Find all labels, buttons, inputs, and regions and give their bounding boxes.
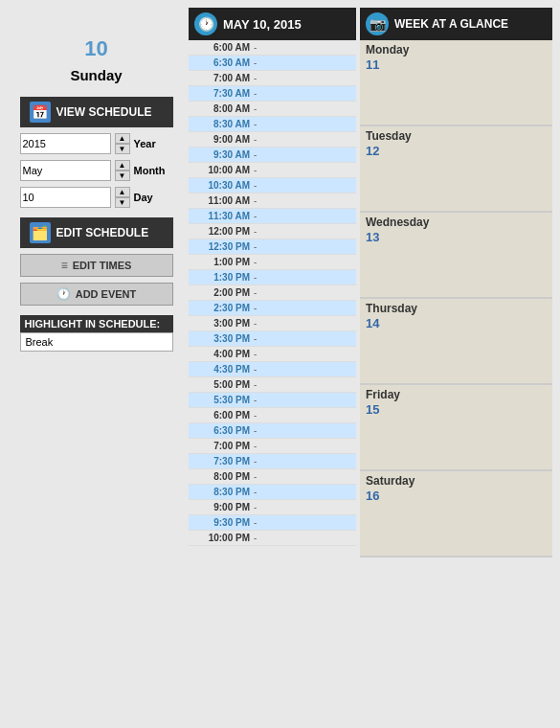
time-slot: 11:30 AM- bbox=[189, 209, 356, 224]
camera-icon: 📷 bbox=[366, 12, 389, 35]
week-day-name: Wednesday bbox=[360, 213, 552, 230]
day-name: Sunday bbox=[8, 67, 185, 83]
day-field-label: Day bbox=[134, 192, 172, 203]
time-dash: - bbox=[254, 195, 257, 206]
time-slot: 8:30 PM- bbox=[189, 485, 356, 500]
time-label: 6:00 PM bbox=[189, 410, 254, 421]
year-input[interactable] bbox=[20, 133, 111, 154]
month-up-arrow[interactable]: ▲ bbox=[115, 160, 130, 171]
time-slot: 3:00 PM- bbox=[189, 316, 356, 331]
week-day-block: Wednesday 13 bbox=[360, 213, 552, 299]
schedule-header: 🕐 MAY 10, 2015 bbox=[189, 8, 356, 40]
week-day-number: 11 bbox=[360, 57, 552, 72]
time-label: 1:00 PM bbox=[189, 257, 254, 267]
edit-times-button[interactable]: ≡ EDIT TIMES bbox=[20, 254, 173, 277]
time-label: 6:30 PM bbox=[189, 425, 254, 436]
time-label: 2:30 PM bbox=[189, 303, 254, 313]
schedule-panel: 🕐 MAY 10, 2015 6:00 AM-6:30 AM-7:00 AM-7… bbox=[189, 8, 356, 557]
time-slot: 7:30 AM- bbox=[189, 86, 356, 102]
time-dash: - bbox=[254, 103, 257, 114]
view-schedule-button[interactable]: 📅 VIEW SCHEDULE bbox=[20, 97, 173, 127]
time-dash: - bbox=[254, 165, 257, 175]
time-label: 3:00 PM bbox=[189, 318, 254, 329]
time-label: 3:30 PM bbox=[189, 333, 254, 344]
time-label: 7:30 AM bbox=[189, 88, 254, 99]
list-icon: ≡ bbox=[61, 259, 68, 272]
time-slot: 1:00 PM- bbox=[189, 255, 356, 270]
day-number: 10 bbox=[8, 36, 185, 61]
time-label: 7:00 PM bbox=[189, 441, 254, 451]
time-label: 1:30 PM bbox=[189, 272, 254, 283]
main-container: 10 Sunday 📅 VIEW SCHEDULE ▲ ▼ Year ▲ ▼ M… bbox=[0, 0, 560, 565]
time-slot: 5:00 PM- bbox=[189, 377, 356, 393]
time-slot: 9:30 AM- bbox=[189, 148, 356, 163]
add-event-button[interactable]: 🕐 ADD EVENT bbox=[20, 283, 173, 306]
time-dash: - bbox=[254, 57, 257, 68]
time-slot: 8:00 AM- bbox=[189, 102, 356, 117]
time-label: 5:30 PM bbox=[189, 395, 254, 405]
month-down-arrow[interactable]: ▼ bbox=[115, 171, 130, 181]
time-label: 12:30 PM bbox=[189, 241, 254, 252]
week-day-name: Monday bbox=[360, 40, 552, 57]
time-dash: - bbox=[254, 487, 257, 497]
time-label: 6:30 AM bbox=[189, 57, 254, 68]
day-up-arrow[interactable]: ▲ bbox=[115, 187, 130, 197]
time-slot: 2:00 PM- bbox=[189, 285, 356, 301]
time-dash: - bbox=[254, 364, 257, 375]
week-day-number: 13 bbox=[360, 230, 552, 244]
week-day-block: Saturday 16 bbox=[360, 471, 552, 557]
time-dash: - bbox=[254, 410, 257, 421]
time-dash: - bbox=[254, 333, 257, 344]
time-label: 9:00 PM bbox=[189, 502, 254, 512]
time-slot: 6:00 AM- bbox=[189, 40, 356, 56]
time-slot: 8:30 AM- bbox=[189, 117, 356, 132]
time-slots-container: 6:00 AM-6:30 AM-7:00 AM-7:30 AM-8:00 AM-… bbox=[189, 40, 356, 546]
time-slot: 9:00 AM- bbox=[189, 132, 356, 148]
time-dash: - bbox=[254, 287, 257, 298]
time-label: 7:00 AM bbox=[189, 73, 254, 83]
time-slot: 4:30 PM- bbox=[189, 362, 356, 377]
time-label: 11:30 AM bbox=[189, 211, 254, 221]
time-label: 9:30 PM bbox=[189, 517, 254, 528]
year-label: Year bbox=[134, 138, 172, 149]
edit-schedule-button[interactable]: 🗂️ EDIT SCHEDULE bbox=[20, 217, 173, 248]
day-down-arrow[interactable]: ▼ bbox=[115, 197, 130, 208]
week-days-container: Monday 11 Tuesday 12 Wednesday 13 Thursd… bbox=[360, 40, 552, 557]
time-slot: 4:00 PM- bbox=[189, 347, 356, 362]
time-dash: - bbox=[254, 379, 257, 390]
time-dash: - bbox=[254, 226, 257, 237]
time-slot: 3:30 PM- bbox=[189, 331, 356, 347]
time-slot: 10:00 PM- bbox=[189, 531, 356, 546]
time-dash: - bbox=[254, 517, 257, 528]
time-slot: 5:30 PM- bbox=[189, 393, 356, 408]
time-slot: 9:00 PM- bbox=[189, 500, 356, 515]
left-panel: 10 Sunday 📅 VIEW SCHEDULE ▲ ▼ Year ▲ ▼ M… bbox=[8, 8, 185, 557]
time-slot: 7:30 PM- bbox=[189, 454, 356, 469]
time-label: 12:00 PM bbox=[189, 226, 254, 237]
week-day-name: Thursday bbox=[360, 299, 552, 316]
time-dash: - bbox=[254, 441, 257, 451]
time-slot: 9:30 PM- bbox=[189, 515, 356, 531]
month-input[interactable] bbox=[20, 160, 111, 181]
time-label: 8:30 PM bbox=[189, 487, 254, 497]
year-up-arrow[interactable]: ▲ bbox=[115, 133, 130, 144]
time-dash: - bbox=[254, 272, 257, 283]
clock-icon: 🕐 bbox=[194, 12, 217, 35]
time-slot: 7:00 AM- bbox=[189, 71, 356, 86]
time-dash: - bbox=[254, 42, 257, 53]
week-day-block: Thursday 14 bbox=[360, 299, 552, 385]
week-day-block: Tuesday 12 bbox=[360, 126, 552, 213]
time-label: 8:00 PM bbox=[189, 471, 254, 482]
clock-small-icon: 🕐 bbox=[56, 287, 71, 301]
time-slot: 6:30 AM- bbox=[189, 56, 356, 71]
time-label: 9:30 AM bbox=[189, 149, 254, 160]
time-dash: - bbox=[254, 502, 257, 512]
time-label: 7:30 PM bbox=[189, 456, 254, 466]
time-slot: 1:30 PM- bbox=[189, 270, 356, 285]
time-dash: - bbox=[254, 180, 257, 191]
day-input[interactable] bbox=[20, 187, 111, 208]
time-slot: 12:30 PM- bbox=[189, 239, 356, 255]
time-dash: - bbox=[254, 211, 257, 221]
time-slot: 7:00 PM- bbox=[189, 439, 356, 454]
year-down-arrow[interactable]: ▼ bbox=[115, 144, 130, 154]
